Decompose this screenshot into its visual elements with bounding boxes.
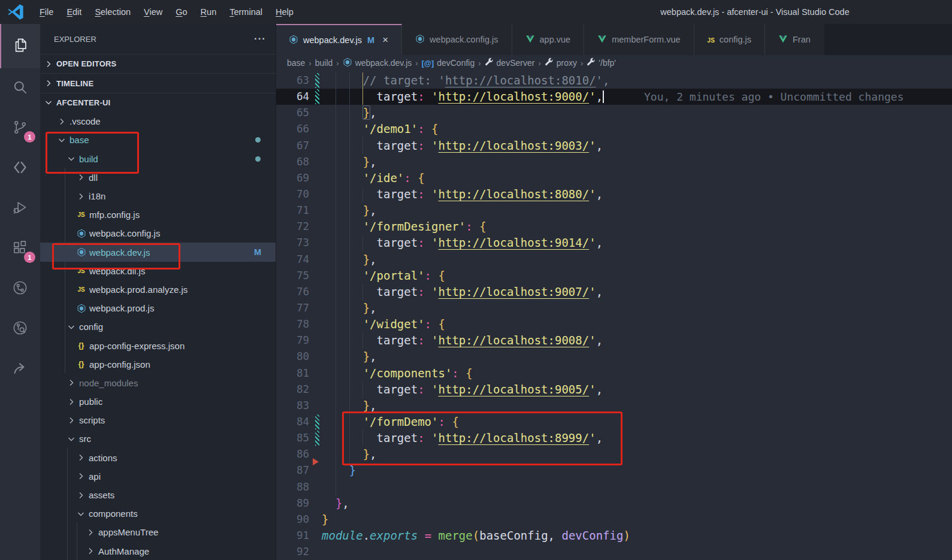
tree-item-webpack-prod-js[interactable]: webpack.prod.js (40, 299, 276, 317)
code-line-64[interactable]: 64 target: 'http://localhost:9000/',You,… (276, 89, 952, 105)
tab-memberform-vue[interactable]: memberForm.vue (584, 24, 694, 55)
code-line-65[interactable]: 65 }, (276, 105, 952, 121)
activity-live-share[interactable] (0, 349, 40, 389)
breadcrumb-item-bfp[interactable]: '/bfp' (587, 57, 616, 68)
code-line-72[interactable]: 72 '/formDesigner': { (276, 219, 952, 235)
code-line-89[interactable]: 89 }, (276, 495, 952, 511)
activity-source-control[interactable]: 1 (0, 108, 40, 149)
line-number[interactable]: 84 (276, 414, 309, 430)
tree-item-config[interactable]: config (40, 317, 276, 336)
line-number[interactable]: 70 (276, 186, 309, 202)
breadcrumb-item-devconfig[interactable]: [@]devConfig (422, 58, 475, 68)
code-line-79[interactable]: 79 target: 'http://localhost:9008/', (276, 332, 952, 349)
line-number[interactable]: 83 (276, 398, 309, 414)
tree-item-webpack-prod-analyze-js[interactable]: JSwebpack.prod.analyze.js (40, 280, 276, 299)
menu-item-terminal[interactable]: Terminal (223, 5, 269, 19)
tree-item-base[interactable]: base (40, 131, 276, 149)
tree-item-scripts[interactable]: scripts (40, 411, 276, 429)
activity-search[interactable] (0, 68, 40, 108)
line-number[interactable]: 66 (276, 121, 309, 137)
tab-app-vue[interactable]: app.vue (512, 24, 585, 55)
code-line-83[interactable]: 83 }, (276, 398, 952, 414)
line-number[interactable]: 79 (276, 332, 309, 349)
code-line-90[interactable]: 90} (276, 511, 952, 528)
tree-item-assets[interactable]: assets (40, 486, 276, 504)
code-line-78[interactable]: 78 '/widget': { (276, 316, 952, 332)
code-line-67[interactable]: 67 target: 'http://localhost:9003/', (276, 138, 952, 154)
section-open-editors[interactable]: OPEN EDITORS (40, 54, 276, 73)
code-line-63[interactable]: 63 // target: 'http://localhost:8010/', (276, 72, 952, 89)
code-line-88[interactable]: 88 (276, 479, 952, 495)
code-line-68[interactable]: 68 }, (276, 154, 952, 170)
code-line-76[interactable]: 76 target: 'http://localhost:9007/', (276, 284, 952, 300)
line-number[interactable]: 74 (276, 252, 309, 268)
tree-item-webpack-dll-js[interactable]: JSwebpack.dll.js (40, 262, 276, 280)
code-line-92[interactable]: 92 (276, 544, 952, 560)
line-number[interactable]: 81 (276, 365, 309, 382)
code-line-82[interactable]: 82 target: 'http://localhost:9005/', (276, 382, 952, 398)
line-number[interactable]: 72 (276, 219, 309, 235)
activity-git-graph[interactable] (0, 269, 40, 309)
section-afcenter-ui[interactable]: AFCENTER-UI (40, 93, 276, 112)
line-number[interactable]: 76 (276, 284, 309, 300)
activity-run-and-debug[interactable] (0, 189, 40, 229)
code-line-73[interactable]: 73 target: 'http://localhost:9014/', (276, 235, 952, 251)
code-line-69[interactable]: 69 '/ide': { (276, 170, 952, 186)
tree-item-app-config-json[interactable]: {}app-config.json (40, 355, 276, 374)
line-number[interactable]: 87 (276, 462, 309, 479)
breadcrumb-item-base[interactable]: base (287, 58, 305, 68)
code-line-84[interactable]: 84 '/formDemo': { (276, 414, 952, 430)
tab-webpack-dev-js[interactable]: webpack.dev.jsM× (276, 24, 402, 55)
line-number[interactable]: 90 (276, 511, 309, 528)
line-number[interactable]: 82 (276, 382, 309, 398)
tree-item-webpack-dev-js[interactable]: webpack.dev.jsM (40, 243, 276, 261)
more-actions-icon[interactable]: ··· (254, 33, 266, 45)
tree-item-appsmenutree[interactable]: appsMenuTree (40, 523, 276, 541)
tree-item-public[interactable]: public (40, 392, 276, 411)
tree-item-vscode[interactable]: .vscode (40, 112, 276, 131)
code-line-71[interactable]: 71 }, (276, 202, 952, 219)
line-number[interactable]: 88 (276, 479, 309, 495)
menu-item-go[interactable]: Go (169, 5, 194, 19)
code-line-74[interactable]: 74 }, (276, 252, 952, 268)
tree-item-app-config-express-json[interactable]: {}app-config-express.json (40, 336, 276, 355)
line-number[interactable]: 68 (276, 154, 309, 170)
tree-item-actions[interactable]: actions (40, 449, 276, 467)
line-number[interactable]: 89 (276, 495, 309, 511)
tab-webpack-config-js[interactable]: webpack.config.js (402, 24, 512, 55)
tab-fran[interactable]: Fran (765, 24, 824, 55)
tree-item-webpack-config-js[interactable]: webpack.config.js (40, 224, 276, 243)
breadcrumb[interactable]: base›build›webpack.dev.js›[@]devConfig›d… (276, 55, 952, 71)
tree-item-api[interactable]: api (40, 467, 276, 486)
menu-item-file[interactable]: File (33, 5, 60, 19)
code-area[interactable]: 63 // target: 'http://localhost:8010/',6… (276, 71, 952, 560)
breadcrumb-item-build[interactable]: build (315, 58, 333, 68)
line-number[interactable]: 85 (276, 430, 309, 446)
code-line-80[interactable]: 80 }, (276, 349, 952, 365)
line-number[interactable]: 86 (276, 446, 309, 462)
line-number[interactable]: 92 (276, 544, 309, 560)
tree-item-mfp-config-js[interactable]: JSmfp.config.js (40, 205, 276, 224)
code-line-86[interactable]: 86 }, (276, 446, 952, 462)
menu-item-edit[interactable]: Edit (60, 5, 88, 19)
tree-item-build[interactable]: build (40, 150, 276, 168)
code-line-85[interactable]: 85 target: 'http://localhost:8999/', (276, 430, 952, 446)
code-line-66[interactable]: 66 '/demo1': { (276, 121, 952, 137)
code-line-70[interactable]: 70 target: 'http://localhost:8080/', (276, 186, 952, 202)
tree-item-i18n[interactable]: i18n (40, 187, 276, 205)
code-line-75[interactable]: 75 '/portal': { (276, 268, 952, 284)
tree-item-dll[interactable]: dll (40, 168, 276, 187)
close-icon[interactable]: × (382, 34, 388, 46)
section-timeline[interactable]: TIMELINE (40, 73, 276, 92)
menu-item-view[interactable]: View (137, 5, 169, 19)
tab-config-js[interactable]: JSconfig.js (694, 24, 765, 55)
line-number[interactable]: 67 (276, 138, 309, 154)
tree-item-src[interactable]: src (40, 429, 276, 448)
line-number[interactable]: 75 (276, 268, 309, 284)
activity-explorer[interactable] (0, 24, 40, 68)
tree-item-node-modules[interactable]: node_modules (40, 374, 276, 392)
code-line-91[interactable]: 91module.exports = merge(baseConfig, dev… (276, 528, 952, 544)
activity-commit-search[interactable] (0, 309, 40, 349)
menu-item-selection[interactable]: Selection (88, 5, 137, 19)
line-number[interactable]: 69 (276, 170, 309, 186)
